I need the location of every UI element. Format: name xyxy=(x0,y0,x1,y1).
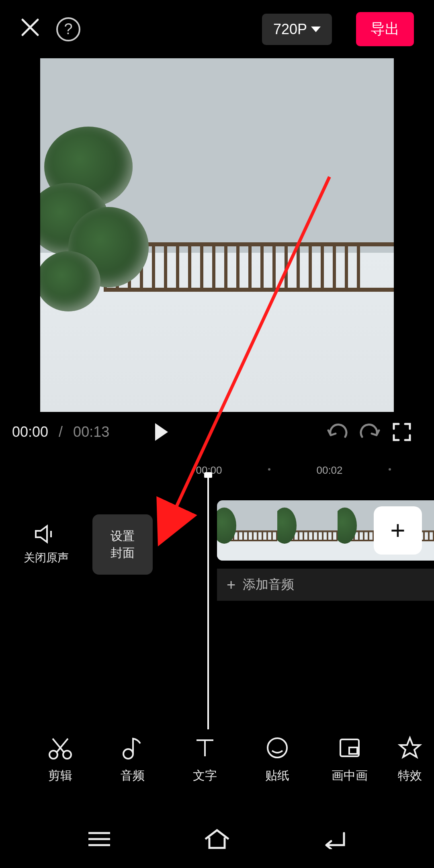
home-icon xyxy=(203,828,231,850)
add-clip-button[interactable]: + xyxy=(374,506,422,555)
playhead[interactable] xyxy=(207,476,209,729)
time-ruler[interactable]: 00:00 00:02 xyxy=(0,460,434,480)
resolution-label: 720P xyxy=(273,21,307,38)
fullscreen-icon xyxy=(392,422,411,442)
plus-icon: + xyxy=(390,516,405,545)
ruler-dot xyxy=(389,468,391,471)
nav-home-button[interactable] xyxy=(203,828,231,852)
tool-pip[interactable]: 画中画 xyxy=(313,735,386,784)
text-icon xyxy=(192,735,217,760)
menu-icon xyxy=(85,829,113,849)
chevron-down-icon xyxy=(311,27,321,32)
tool-label: 文字 xyxy=(193,768,217,784)
preview-container xyxy=(0,58,434,412)
top-bar: ? 720P 导出 xyxy=(0,0,434,58)
svg-point-3 xyxy=(268,738,287,757)
undo-button[interactable] xyxy=(326,420,350,444)
add-audio-label: 添加音频 xyxy=(243,576,294,594)
time-separator: / xyxy=(56,424,65,440)
tool-label: 音频 xyxy=(121,768,145,784)
redo-icon xyxy=(359,423,381,441)
bottom-toolbar: 剪辑 音频 文字 贴纸 画中画 特效 xyxy=(0,719,434,800)
nav-menu-button[interactable] xyxy=(85,829,113,851)
help-button[interactable]: ? xyxy=(56,17,80,41)
timeline[interactable]: 00:00 00:02 关闭原声 设置 封面 + xyxy=(0,456,434,745)
nav-back-button[interactable] xyxy=(321,829,349,851)
mute-original-button[interactable]: 关闭原声 xyxy=(0,524,92,565)
speaker-icon xyxy=(34,524,58,545)
total-time: 00:13 xyxy=(73,424,109,440)
clip-thumbnail[interactable] xyxy=(277,500,338,561)
resolution-button[interactable]: 720P xyxy=(262,14,332,45)
play-icon xyxy=(155,423,168,441)
tool-label: 贴纸 xyxy=(265,768,289,784)
playback-bar: 00:00 / 00:13 xyxy=(0,412,434,456)
system-nav-bar xyxy=(0,812,434,868)
close-icon xyxy=(20,17,40,37)
add-audio-button[interactable]: + 添加音频 xyxy=(217,569,434,601)
tool-audio[interactable]: 音频 xyxy=(96,735,169,784)
clip-thumbnail[interactable] xyxy=(217,500,277,561)
music-note-icon xyxy=(120,735,145,760)
scissors-icon xyxy=(48,735,73,760)
tool-text[interactable]: 文字 xyxy=(169,735,241,784)
redo-button[interactable] xyxy=(358,420,382,444)
sticker-icon xyxy=(265,735,290,760)
svg-rect-5 xyxy=(349,747,357,754)
cover-label-line2: 封面 xyxy=(111,545,135,561)
cover-label-line1: 设置 xyxy=(111,528,135,545)
back-icon xyxy=(321,829,349,849)
export-button[interactable]: 导出 xyxy=(356,12,414,46)
play-button[interactable] xyxy=(149,420,174,444)
help-icon: ? xyxy=(64,20,72,38)
svg-point-2 xyxy=(123,749,133,759)
plus-icon: + xyxy=(227,576,235,594)
tool-edit[interactable]: 剪辑 xyxy=(24,735,96,784)
set-cover-button[interactable]: 设置 封面 xyxy=(92,514,153,575)
ruler-mark: 00:02 xyxy=(316,464,342,477)
tool-label: 画中画 xyxy=(332,768,368,784)
tool-label: 特效 xyxy=(398,768,422,784)
fullscreen-button[interactable] xyxy=(390,420,414,444)
tool-effect[interactable]: 特效 xyxy=(386,735,434,784)
mute-label: 关闭原声 xyxy=(24,550,69,565)
ruler-dot xyxy=(268,468,270,471)
picture-in-picture-icon xyxy=(337,735,362,760)
tool-label: 剪辑 xyxy=(48,768,72,784)
close-button[interactable] xyxy=(20,15,40,43)
video-preview[interactable] xyxy=(40,58,394,412)
undo-icon xyxy=(327,423,348,441)
tool-sticker[interactable]: 贴纸 xyxy=(241,735,313,784)
current-time: 00:00 xyxy=(12,424,48,440)
star-icon xyxy=(397,735,422,760)
